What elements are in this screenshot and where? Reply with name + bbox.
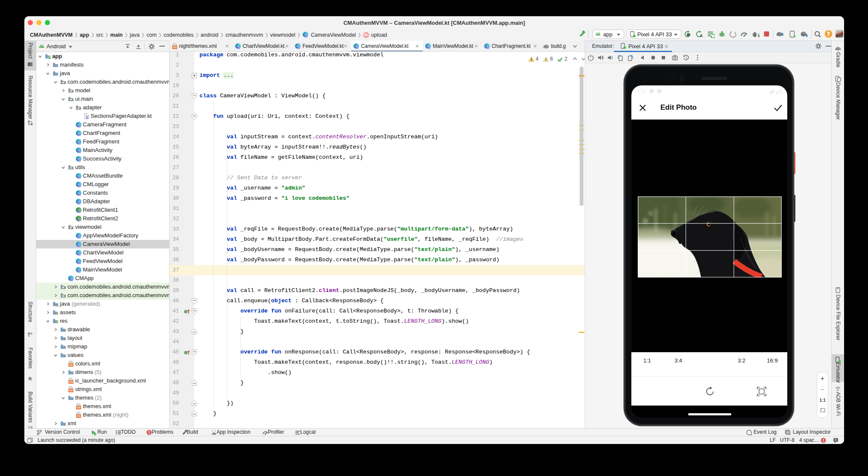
- svg-text:<>: <>: [69, 389, 73, 392]
- svg-text:<>: <>: [76, 415, 81, 418]
- svg-text:<>: <>: [69, 363, 73, 367]
- svg-text:A: A: [700, 34, 703, 38]
- svg-text:<>: <>: [173, 46, 177, 49]
- svg-text:<>: <>: [69, 380, 73, 384]
- svg-text:<>: <>: [76, 406, 81, 409]
